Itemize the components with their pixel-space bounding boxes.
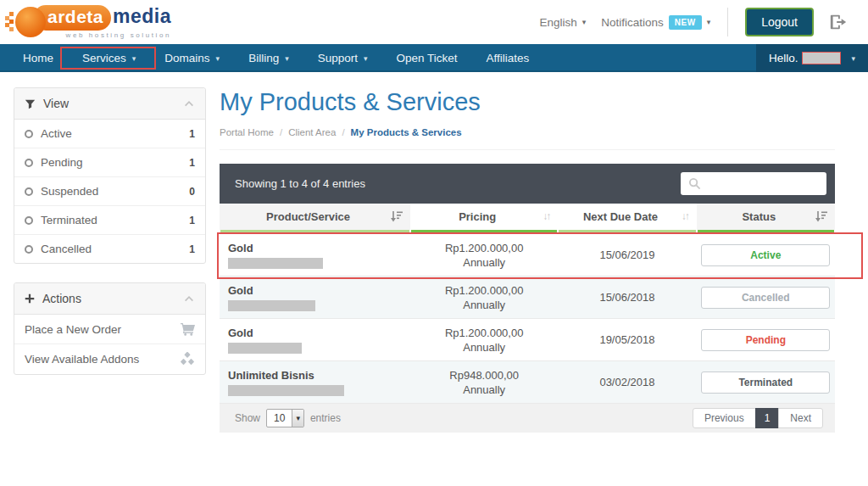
circle-icon bbox=[25, 130, 33, 138]
product-name: Gold bbox=[228, 327, 410, 339]
next-due-date-cell: 15/06/2019 bbox=[558, 249, 696, 261]
column-header-status[interactable]: Status bbox=[697, 204, 835, 230]
previous-page-button[interactable]: Previous bbox=[693, 408, 756, 428]
table-row[interactable]: Gold Rp1.200.000,00 Annually 15/06/2018 … bbox=[220, 277, 835, 319]
chevron-down-icon: ▾ bbox=[582, 18, 587, 26]
count-badge: 0 bbox=[189, 186, 195, 198]
product-cell: Gold bbox=[220, 327, 410, 354]
product-cell: Gold bbox=[220, 242, 410, 269]
search-icon bbox=[688, 177, 701, 193]
new-badge: NEW bbox=[669, 15, 702, 30]
product-name: Gold bbox=[228, 242, 410, 254]
sidebar: View Active 1 Pending 1 Suspended 0 bbox=[14, 87, 206, 433]
breadcrumb-portal-home[interactable]: Portal Home bbox=[220, 127, 274, 137]
view-panel-header[interactable]: View bbox=[14, 88, 205, 120]
chevron-down-icon: ▾ bbox=[285, 54, 289, 63]
page-size-select[interactable]: 10 ▾ bbox=[266, 409, 304, 427]
chevron-up-icon bbox=[183, 294, 195, 303]
column-header-pricing[interactable]: Pricing ↓↑ bbox=[410, 204, 558, 230]
sign-out-icon[interactable] bbox=[829, 13, 848, 31]
product-name: Unlimited Bisnis bbox=[228, 369, 410, 382]
action-place-new-order[interactable]: Place a New Order bbox=[14, 315, 205, 344]
count-badge: 1 bbox=[189, 243, 195, 255]
table-row[interactable]: Gold Rp1.200.000,00 Annually 15/06/2019 … bbox=[220, 234, 835, 277]
logo-globe-icon bbox=[15, 7, 46, 37]
nav-item-billing[interactable]: Billing▾ bbox=[234, 44, 303, 72]
next-page-button[interactable]: Next bbox=[778, 408, 823, 428]
current-page-button[interactable]: 1 bbox=[755, 408, 780, 428]
column-header-product-service[interactable]: Product/Service bbox=[220, 204, 410, 230]
status-cell: Cancelled bbox=[697, 287, 835, 309]
next-due-date-cell: 19/05/2018 bbox=[558, 333, 696, 346]
nav-item-open-ticket[interactable]: Open Ticket bbox=[382, 44, 472, 72]
next-due-date-cell: 03/02/2018 bbox=[558, 376, 696, 388]
chevron-down-icon: ▾ bbox=[132, 54, 136, 63]
nav-item-home[interactable]: Home bbox=[8, 44, 68, 72]
breadcrumb: Portal Home / Client Area / My Products … bbox=[220, 127, 835, 150]
action-view-available-addons[interactable]: View Available Addons bbox=[14, 344, 205, 374]
status-cell: Terminated bbox=[697, 371, 835, 394]
circle-icon bbox=[25, 159, 33, 167]
actions-panel-header[interactable]: Actions bbox=[14, 283, 205, 315]
select-arrow-icon: ▾ bbox=[292, 410, 303, 427]
table-summary: Showing 1 to 4 of 4 entries bbox=[235, 177, 365, 190]
pricing-cell: Rp1.200.000,00 Annually bbox=[410, 284, 558, 311]
logo[interactable]: ardeta media web hosting solution bbox=[15, 5, 171, 39]
sort-icon: ↓↑ bbox=[682, 210, 688, 222]
main-nav: Home Services▾ Domains▾ Billing▾ Support… bbox=[0, 44, 868, 72]
sidebar-filter-pending[interactable]: Pending 1 bbox=[14, 148, 205, 177]
nav-item-support[interactable]: Support▾ bbox=[303, 44, 382, 72]
table-search bbox=[681, 172, 826, 195]
sidebar-filter-suspended[interactable]: Suspended 0 bbox=[14, 177, 205, 206]
redacted-domain bbox=[228, 300, 315, 311]
view-panel: View Active 1 Pending 1 Suspended 0 bbox=[14, 87, 206, 264]
nav-item-affiliates[interactable]: Affiliates bbox=[472, 44, 544, 72]
status-cell: Pending bbox=[697, 329, 835, 351]
redacted-domain bbox=[228, 258, 323, 269]
circle-icon bbox=[25, 216, 33, 225]
status-badge[interactable]: Active bbox=[701, 244, 830, 266]
chevron-up-icon bbox=[183, 99, 195, 108]
logout-button[interactable]: Logout bbox=[745, 8, 814, 36]
actions-panel: Actions Place a New Order View Available… bbox=[14, 282, 206, 375]
sidebar-filter-terminated[interactable]: Terminated 1 bbox=[14, 206, 205, 235]
chevron-down-icon: ▾ bbox=[851, 54, 855, 63]
search-input[interactable] bbox=[681, 172, 826, 195]
page-title: My Products & Services bbox=[220, 88, 835, 116]
sort-icon bbox=[815, 211, 827, 222]
column-header-next-due-date[interactable]: Next Due Date ↓↑ bbox=[558, 204, 696, 230]
top-header: ardeta media web hosting solution Englis… bbox=[0, 0, 868, 44]
product-name: Gold bbox=[228, 284, 410, 297]
sidebar-filter-active[interactable]: Active 1 bbox=[14, 120, 205, 148]
billing-cycle: Annually bbox=[410, 299, 558, 311]
breadcrumb-client-area[interactable]: Client Area bbox=[288, 127, 336, 137]
price: Rp1.200.000,00 bbox=[410, 284, 558, 297]
redacted-domain bbox=[228, 343, 302, 354]
pagination: Previous 1 Next bbox=[693, 408, 823, 428]
billing-cycle: Annually bbox=[410, 383, 558, 396]
products-table: Showing 1 to 4 of 4 entries Product/Serv… bbox=[220, 164, 835, 433]
sidebar-filter-cancelled[interactable]: Cancelled 1 bbox=[14, 235, 205, 263]
pricing-cell: Rp1.200.000,00 Annually bbox=[410, 242, 558, 269]
brand-media: media bbox=[113, 5, 171, 28]
price: Rp1.200.000,00 bbox=[410, 327, 558, 339]
entries-label: entries bbox=[310, 412, 341, 424]
table-row[interactable]: Gold Rp1.200.000,00 Annually 19/05/2018 … bbox=[220, 319, 835, 361]
product-cell: Unlimited Bisnis bbox=[220, 369, 410, 396]
language-selector[interactable]: English ▾ bbox=[539, 16, 586, 29]
billing-cycle: Annually bbox=[410, 256, 558, 269]
status-badge[interactable]: Cancelled bbox=[701, 287, 830, 309]
status-badge[interactable]: Pending bbox=[701, 329, 830, 351]
nav-item-domains[interactable]: Domains▾ bbox=[150, 44, 234, 72]
notifications-menu[interactable]: Notifications NEW ▾ bbox=[601, 15, 710, 30]
nav-item-services[interactable]: Services▾ bbox=[68, 44, 150, 72]
table-header-row: Product/Service Pricing ↓↑ Next Due Date… bbox=[220, 204, 835, 230]
pricing-cell: Rp948.000,00 Annually bbox=[410, 369, 558, 396]
user-menu[interactable]: Hello. ▾ bbox=[756, 44, 868, 72]
pricing-cell: Rp1.200.000,00 Annually bbox=[410, 327, 558, 354]
table-row[interactable]: Unlimited Bisnis Rp948.000,00 Annually 0… bbox=[220, 361, 835, 404]
cart-icon bbox=[181, 322, 195, 336]
filter-icon bbox=[25, 98, 36, 109]
status-badge[interactable]: Terminated bbox=[701, 371, 830, 394]
price: Rp948.000,00 bbox=[410, 369, 558, 382]
